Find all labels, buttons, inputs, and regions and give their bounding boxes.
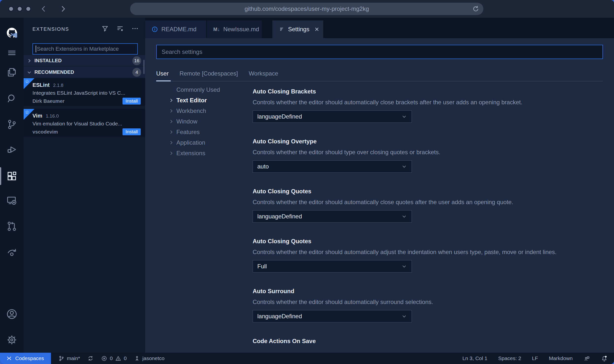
close-icon[interactable] bbox=[314, 26, 320, 32]
filter-icon[interactable] bbox=[101, 25, 109, 33]
section-installed[interactable]: INSTALLED 16 bbox=[24, 55, 145, 66]
indentation-status[interactable]: Spaces: 2 bbox=[498, 355, 521, 361]
address-bar[interactable]: github.com/codespaces/user-my-project-mg… bbox=[130, 3, 483, 15]
person-icon bbox=[134, 355, 140, 361]
chevron-right-icon bbox=[27, 58, 32, 63]
user-status[interactable]: jasonetco bbox=[134, 355, 165, 361]
tab-label: Settings bbox=[288, 26, 309, 33]
tab-settings[interactable]: Settings bbox=[272, 20, 323, 38]
extensions-search-input[interactable] bbox=[32, 43, 138, 55]
live-share-icon[interactable] bbox=[6, 246, 18, 258]
chevron-down-icon bbox=[401, 213, 407, 219]
dropdown-value: languageDefined bbox=[257, 213, 302, 220]
toc-item-extensions[interactable]: Extensions bbox=[169, 148, 253, 158]
search-icon[interactable] bbox=[6, 93, 18, 105]
run-debug-icon[interactable] bbox=[6, 144, 18, 155]
active-view-indicator bbox=[0, 167, 1, 185]
toc-item-commonly-used[interactable]: Commonly Used bbox=[169, 84, 253, 95]
remote-label: Codespaces bbox=[15, 355, 44, 361]
section-count-badge: 4 bbox=[132, 68, 141, 77]
extension-name: ESLint bbox=[32, 82, 50, 88]
setting-dropdown[interactable]: languageDefined bbox=[253, 310, 412, 322]
eol-status[interactable]: LF bbox=[532, 355, 538, 361]
branch-status[interactable]: main* bbox=[58, 355, 80, 362]
setting-title: Auto Surround bbox=[253, 288, 603, 295]
tab-readme[interactable]: README.md bbox=[145, 20, 206, 38]
markdown-icon: M↓ bbox=[213, 27, 220, 32]
source-control-icon[interactable] bbox=[6, 119, 18, 130]
window-zoom-button[interactable] bbox=[26, 6, 31, 12]
cursor-position[interactable]: Ln 3, Col 1 bbox=[462, 355, 488, 361]
sidebar-title: EXTENSIONS bbox=[32, 26, 69, 32]
scope-tab-remote[interactable]: Remote [Codespaces] bbox=[180, 70, 238, 77]
settings-search-input[interactable] bbox=[156, 45, 603, 59]
warnings-icon bbox=[115, 355, 121, 362]
chevron-down-icon bbox=[401, 114, 407, 120]
scope-tab-workspace[interactable]: Workspace bbox=[249, 70, 278, 77]
sync-status[interactable] bbox=[87, 355, 94, 362]
scope-tab-user[interactable]: User bbox=[156, 70, 169, 77]
github-vscode-logo-icon bbox=[6, 27, 18, 39]
status-bar: Codespaces main* 0 0 jasonetco Ln 3, Col… bbox=[0, 353, 614, 364]
extension-description: Integrates ESLint JavaScript into VS C..… bbox=[32, 90, 141, 96]
extension-list-item[interactable]: ☆ ESLint 2.1.8 Integrates ESLint JavaScr… bbox=[24, 78, 145, 106]
install-button[interactable]: Install bbox=[123, 128, 141, 135]
sidebar-scrollbar-thumb[interactable] bbox=[143, 60, 145, 74]
chevron-down-icon bbox=[27, 70, 32, 75]
menu-icon[interactable] bbox=[6, 47, 18, 59]
chevron-right-icon bbox=[169, 151, 174, 156]
extension-list-item[interactable]: ☆ Vim 1.16.0 Vim emulation for Visual St… bbox=[24, 109, 145, 137]
forward-icon[interactable] bbox=[59, 4, 67, 13]
branch-icon bbox=[58, 355, 64, 362]
activity-bar bbox=[0, 18, 24, 353]
settings-scope-tabs: User Remote [Codespaces] Workspace bbox=[156, 70, 603, 81]
chevron-down-icon bbox=[401, 164, 407, 169]
remote-explorer-icon[interactable] bbox=[6, 195, 18, 206]
problems-status[interactable]: 0 0 bbox=[101, 355, 126, 362]
remote-indicator[interactable]: Codespaces bbox=[0, 353, 51, 364]
setting-dropdown[interactable]: languageDefined bbox=[253, 210, 412, 223]
window-minimize-button[interactable] bbox=[17, 6, 22, 12]
setting-title: Auto Closing Overtype bbox=[253, 138, 603, 145]
extension-version: 1.16.0 bbox=[46, 113, 59, 119]
more-actions-icon[interactable] bbox=[131, 25, 139, 33]
account-icon[interactable] bbox=[6, 308, 18, 320]
language-mode[interactable]: Markdown bbox=[549, 355, 573, 361]
toc-item-workbench[interactable]: Workbench bbox=[169, 106, 253, 116]
section-label: INSTALLED bbox=[34, 58, 62, 63]
clear-list-icon[interactable] bbox=[116, 25, 124, 33]
setting-dropdown[interactable]: languageDefined bbox=[253, 110, 412, 123]
tab-label: NewIssue.md bbox=[223, 26, 259, 33]
toc-item-application[interactable]: Application bbox=[169, 137, 253, 148]
extensions-icon[interactable] bbox=[6, 170, 18, 182]
setting-dropdown[interactable]: Full bbox=[253, 260, 412, 273]
settings-list: Auto Closing Brackets Controls whether t… bbox=[253, 84, 603, 353]
tab-newissue[interactable]: M↓ NewIssue.md bbox=[207, 20, 262, 38]
setting-title: Code Actions On Save bbox=[253, 337, 603, 345]
extension-publisher: Dirk Baeumer bbox=[32, 98, 64, 104]
extensions-sidebar: EXTENSIONS INSTALLED 16 RECOMMENDED 4 bbox=[24, 18, 145, 353]
toc-item-window[interactable]: Window bbox=[169, 116, 253, 127]
section-recommended[interactable]: RECOMMENDED 4 bbox=[24, 67, 145, 78]
feedback-icon[interactable] bbox=[583, 355, 590, 362]
chevron-right-icon bbox=[169, 98, 174, 103]
toc-item-text-editor[interactable]: Text Editor bbox=[169, 95, 253, 106]
back-icon[interactable] bbox=[39, 4, 48, 13]
toc-item-features[interactable]: Features bbox=[169, 127, 253, 137]
settings-gear-icon[interactable] bbox=[6, 334, 18, 346]
chevron-down-icon bbox=[401, 313, 407, 319]
install-button[interactable]: Install bbox=[123, 98, 141, 105]
editor-area: README.md M↓ NewIssue.md Settings User bbox=[145, 18, 614, 353]
star-icon: ☆ bbox=[25, 78, 29, 84]
user-name: jasonetco bbox=[142, 355, 165, 361]
reload-icon[interactable] bbox=[472, 5, 479, 14]
errors-icon bbox=[101, 355, 107, 362]
setting-dropdown[interactable]: auto bbox=[253, 160, 412, 173]
notifications-bell-icon[interactable] bbox=[601, 355, 608, 362]
setting-entry: Auto Closing Quotes Controls whether the… bbox=[253, 238, 603, 273]
explorer-icon[interactable] bbox=[6, 66, 18, 78]
pull-request-icon[interactable] bbox=[6, 220, 18, 232]
star-icon: ☆ bbox=[25, 109, 29, 115]
window-close-button[interactable] bbox=[8, 6, 14, 12]
dropdown-value: languageDefined bbox=[257, 313, 302, 320]
